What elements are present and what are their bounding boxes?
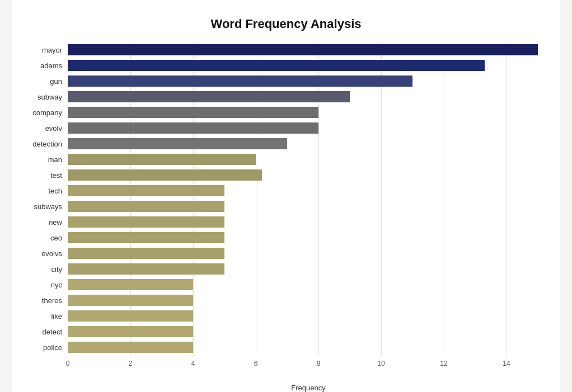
bar-row: mayor	[68, 42, 538, 57]
bar-label: ceo	[23, 234, 68, 242]
bar-label: adams	[23, 62, 68, 70]
bar	[68, 154, 256, 165]
bar-row: evolvs	[68, 246, 538, 261]
bar-row: subway	[68, 89, 538, 104]
bar-row: nyc	[68, 277, 538, 292]
bar-label: company	[23, 108, 68, 117]
bar	[68, 326, 193, 337]
bar	[68, 232, 224, 243]
bar	[68, 248, 224, 259]
x-tick: 14	[503, 360, 510, 367]
bar-row: man	[68, 152, 538, 167]
bar-label: evolvs	[23, 249, 68, 258]
x-tick: 4	[191, 360, 195, 367]
x-tick: 12	[440, 360, 447, 367]
bar-label: detect	[23, 328, 68, 336]
x-tick: 10	[377, 360, 385, 367]
bar-label: detection	[23, 140, 68, 148]
bar-label: like	[23, 312, 68, 320]
bar-row: ceo	[68, 230, 538, 245]
bar	[68, 75, 412, 87]
bar-row: detection	[68, 136, 538, 151]
x-tick: 0	[66, 360, 70, 367]
bar	[68, 91, 350, 102]
bar-label: test	[23, 171, 68, 180]
bar-label: man	[23, 155, 68, 164]
bar-label: gun	[23, 77, 68, 86]
bar-row: police	[68, 340, 538, 355]
bar	[68, 263, 224, 275]
bar	[68, 44, 538, 55]
chart-title: Word Frequency Analysis	[23, 17, 549, 31]
bar-row: evolv	[68, 121, 538, 135]
x-tick: 2	[129, 360, 133, 367]
bar	[68, 279, 193, 290]
bar	[68, 216, 224, 228]
bar	[68, 310, 193, 322]
bar-row: city	[68, 262, 538, 276]
bar	[68, 185, 224, 196]
bar	[68, 201, 224, 212]
bar-row: company	[68, 105, 538, 120]
bar-row: like	[68, 309, 538, 323]
bar-label: new	[23, 218, 68, 226]
bar-row: test	[68, 168, 538, 182]
bar	[68, 169, 262, 181]
bar	[68, 342, 193, 353]
bar-row: new	[68, 215, 538, 229]
chart-container: Word Frequency Analysis mayoradamsgunsub…	[12, 0, 560, 392]
bar-label: nyc	[23, 281, 68, 289]
bar-row: detect	[68, 324, 538, 339]
x-tick: 6	[254, 360, 258, 367]
bar	[68, 107, 318, 118]
x-axis-label: Frequency	[68, 384, 549, 392]
bar-label: mayor	[23, 46, 68, 54]
bar-row: adams	[68, 58, 538, 73]
bar	[68, 295, 193, 306]
x-tick: 8	[317, 360, 321, 367]
bar	[68, 122, 318, 134]
bar-label: police	[23, 343, 68, 352]
bar-label: tech	[23, 187, 68, 195]
bar-label: city	[23, 265, 68, 273]
bar-label: evolv	[23, 124, 68, 133]
bar-label: subway	[23, 93, 68, 101]
bar-label: theres	[23, 296, 68, 305]
bar	[68, 138, 287, 149]
bar-row: gun	[68, 74, 538, 88]
chart-area: mayoradamsgunsubwaycompanyevolvdetection…	[23, 42, 549, 356]
bar-row: subways	[68, 199, 538, 214]
bar-label: subways	[23, 202, 68, 211]
x-axis-area: 02468101214	[68, 358, 538, 381]
bar-row: tech	[68, 183, 538, 198]
bar	[68, 60, 485, 71]
bar-row: theres	[68, 293, 538, 308]
